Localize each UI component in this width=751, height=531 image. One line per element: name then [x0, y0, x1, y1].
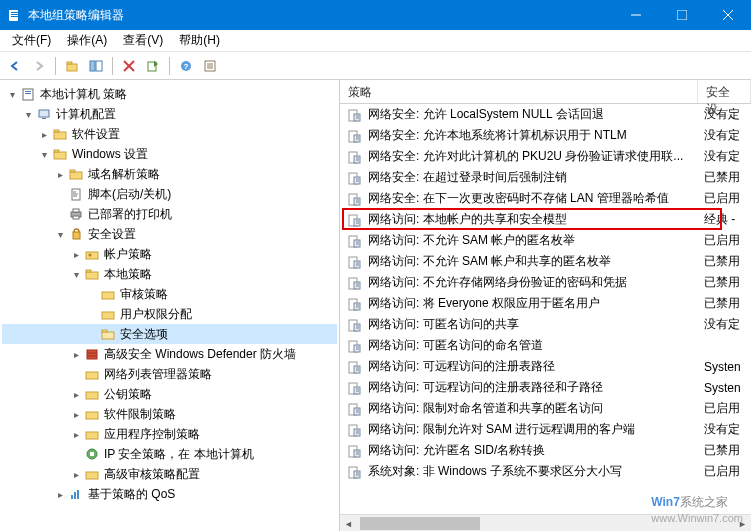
chevron-right-icon[interactable]: ▸	[68, 409, 84, 420]
chevron-right-icon[interactable]: ▸	[68, 469, 84, 480]
policy-item[interactable]: 网络访问: 可远程访问的注册表路径Systen	[340, 356, 751, 377]
scroll-right-icon[interactable]: ►	[734, 515, 751, 531]
tree-user-rights[interactable]: 用户权限分配	[2, 304, 337, 324]
policy-item-text: 网络访问: 允许匿名 SID/名称转换	[368, 442, 698, 459]
policy-item-icon	[346, 212, 362, 228]
policy-item[interactable]: 网络安全: 允许本地系统将计算机标识用于 NTLM没有定	[340, 125, 751, 146]
policy-item[interactable]: 网络安全: 允许对此计算机的 PKU2U 身份验证请求使用联...没有定	[340, 146, 751, 167]
tree-security-settings[interactable]: ▾安全设置	[2, 224, 337, 244]
svg-rect-55	[71, 495, 73, 499]
menu-view[interactable]: 查看(V)	[115, 30, 171, 51]
tree-scripts[interactable]: 脚本(启动/关机)	[2, 184, 337, 204]
policy-item[interactable]: 网络安全: 在超过登录时间后强制注销已禁用	[340, 167, 751, 188]
show-hide-tree-button[interactable]	[85, 55, 107, 77]
tree-ipsec[interactable]: IP 安全策略，在 本地计算机	[2, 444, 337, 464]
policy-item[interactable]: 系统对象: 非 Windows 子系统不要求区分大小写已启用	[340, 461, 751, 482]
tree-dns-policy[interactable]: ▸域名解析策略	[2, 164, 337, 184]
policy-item[interactable]: 网络访问: 限制对命名管道和共享的匿名访问已启用	[340, 398, 751, 419]
chevron-right-icon[interactable]: ▸	[68, 429, 84, 440]
tree-label: 域名解析策略	[88, 166, 160, 183]
chevron-down-icon[interactable]: ▾	[52, 229, 68, 240]
tree-account-policy[interactable]: ▸帐户策略	[2, 244, 337, 264]
minimize-button[interactable]	[613, 0, 659, 30]
policy-item[interactable]: 网络访问: 本地帐户的共享和安全模型经典 -	[340, 209, 751, 230]
properties-button[interactable]	[199, 55, 221, 77]
svg-rect-43	[102, 332, 114, 339]
app-icon	[8, 8, 22, 22]
delete-button[interactable]	[118, 55, 140, 77]
horizontal-scrollbar[interactable]: ◄ ►	[340, 514, 751, 531]
tree-root[interactable]: ▾本地计算机 策略	[2, 84, 337, 104]
menu-action[interactable]: 操作(A)	[59, 30, 115, 51]
column-policy[interactable]: 策略	[340, 80, 698, 103]
column-status[interactable]: 安全设	[698, 80, 751, 103]
list-pane[interactable]: 策略 安全设 网络安全: 允许 LocalSystem NULL 会话回退没有定…	[340, 80, 751, 531]
chevron-right-icon[interactable]: ▸	[52, 169, 68, 180]
policy-item[interactable]: 网络访问: 可匿名访问的命名管道	[340, 335, 751, 356]
tree-defender[interactable]: ▸高级安全 Windows Defender 防火墙	[2, 344, 337, 364]
titlebar: 本地组策略编辑器	[0, 0, 751, 30]
svg-rect-11	[96, 61, 102, 71]
folder-icon	[84, 466, 100, 482]
policy-item-status: 经典 -	[698, 211, 735, 228]
menu-file[interactable]: 文件(F)	[4, 30, 59, 51]
policy-item[interactable]: 网络访问: 允许匿名 SID/名称转换已禁用	[340, 440, 751, 461]
chevron-down-icon[interactable]: ▾	[20, 109, 36, 120]
export-button[interactable]	[142, 55, 164, 77]
close-button[interactable]	[705, 0, 751, 30]
maximize-button[interactable]	[659, 0, 705, 30]
policy-item[interactable]: 网络访问: 可匿名访问的共享没有定	[340, 314, 751, 335]
tree-srp[interactable]: ▸软件限制策略	[2, 404, 337, 424]
menu-help[interactable]: 帮助(H)	[171, 30, 228, 51]
policy-item-text: 网络访问: 不允许 SAM 帐户和共享的匿名枚举	[368, 253, 698, 270]
policy-item[interactable]: 网络访问: 可远程访问的注册表路径和子路径Systen	[340, 377, 751, 398]
chevron-down-icon[interactable]: ▾	[68, 269, 84, 280]
svg-rect-49	[86, 392, 98, 399]
chevron-down-icon[interactable]: ▾	[4, 89, 20, 100]
policy-item[interactable]: 网络安全: 允许 LocalSystem NULL 会话回退没有定	[340, 104, 751, 125]
up-button[interactable]	[61, 55, 83, 77]
policy-item-status: 没有定	[698, 421, 740, 438]
help-button[interactable]: ?	[175, 55, 197, 77]
tree-label: 计算机配置	[56, 106, 116, 123]
tree-nlm[interactable]: 网络列表管理器策略	[2, 364, 337, 384]
tree-security-options[interactable]: 安全选项	[2, 324, 337, 344]
chevron-right-icon[interactable]: ▸	[52, 489, 68, 500]
tree-windows-settings[interactable]: ▾Windows 设置	[2, 144, 337, 164]
tree-advanced-audit[interactable]: ▸高级审核策略配置	[2, 464, 337, 484]
tree-app-control[interactable]: ▸应用程序控制策略	[2, 424, 337, 444]
policy-item[interactable]: 网络访问: 不允许存储网络身份验证的密码和凭据已禁用	[340, 272, 751, 293]
chevron-right-icon[interactable]: ▸	[68, 389, 84, 400]
svg-rect-9	[67, 62, 72, 64]
chevron-down-icon[interactable]: ▾	[36, 149, 52, 160]
tree-qos[interactable]: ▸基于策略的 QoS	[2, 484, 337, 504]
policy-item[interactable]: 网络访问: 将 Everyone 权限应用于匿名用户已禁用	[340, 293, 751, 314]
toolbar-separator	[112, 57, 113, 75]
tree-software-settings[interactable]: ▸软件设置	[2, 124, 337, 144]
policy-item-icon	[346, 338, 362, 354]
forward-button[interactable]	[28, 55, 50, 77]
tree-deployed-printers[interactable]: 已部署的打印机	[2, 204, 337, 224]
tree-audit-policy[interactable]: 审核策略	[2, 284, 337, 304]
tree-label: 本地计算机 策略	[40, 86, 127, 103]
back-button[interactable]	[4, 55, 26, 77]
folder-icon	[52, 146, 68, 162]
chevron-right-icon[interactable]: ▸	[68, 249, 84, 260]
svg-rect-31	[70, 170, 75, 172]
chevron-right-icon[interactable]: ▸	[36, 129, 52, 140]
chevron-right-icon[interactable]: ▸	[68, 349, 84, 360]
scroll-thumb[interactable]	[360, 517, 480, 530]
policy-item-text: 网络安全: 允许对此计算机的 PKU2U 身份验证请求使用联...	[368, 148, 698, 165]
policy-item-icon	[346, 422, 362, 438]
policy-item-text: 网络安全: 在下一次更改密码时不存储 LAN 管理器哈希值	[368, 190, 698, 207]
tree-pki[interactable]: ▸公钥策略	[2, 384, 337, 404]
tree-computer-config[interactable]: ▾计算机配置	[2, 104, 337, 124]
scroll-left-icon[interactable]: ◄	[340, 515, 357, 531]
tree-local-policy[interactable]: ▾本地策略	[2, 264, 337, 284]
tree-pane[interactable]: ▾本地计算机 策略 ▾计算机配置 ▸软件设置 ▾Windows 设置 ▸域名解析…	[0, 80, 340, 531]
policy-item[interactable]: 网络访问: 不允许 SAM 帐户和共享的匿名枚举已禁用	[340, 251, 751, 272]
policy-item[interactable]: 网络访问: 不允许 SAM 帐户的匿名枚举已启用	[340, 230, 751, 251]
policy-item[interactable]: 网络安全: 在下一次更改密码时不存储 LAN 管理器哈希值已启用	[340, 188, 751, 209]
svg-rect-27	[54, 130, 59, 132]
policy-item[interactable]: 网络访问: 限制允许对 SAM 进行远程调用的客户端没有定	[340, 419, 751, 440]
